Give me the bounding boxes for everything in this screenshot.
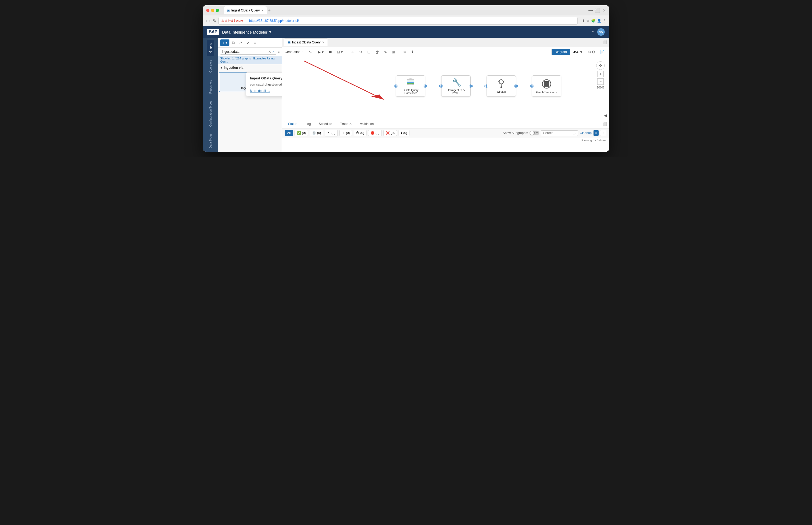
content-tab-ingest-odata[interactable]: ▣ Ingest OData Query ×: [284, 39, 328, 46]
search-clear-btn[interactable]: ✕: [268, 49, 271, 54]
add-graph-btn[interactable]: + ▾: [220, 40, 229, 46]
node-box-wiretap[interactable]: Wiretap: [487, 75, 516, 97]
window-maximize-btn[interactable]: ⬜: [595, 8, 600, 13]
back-btn[interactable]: ‹: [206, 18, 207, 23]
bookmark-icon[interactable]: ☆: [586, 19, 590, 22]
tooltip-more-details-link[interactable]: More details...: [250, 89, 270, 93]
copy-btn[interactable]: ⧉: [231, 40, 236, 46]
app-title-arrow[interactable]: ▾: [269, 30, 271, 34]
subgraphs-toggle[interactable]: OFF: [530, 131, 539, 135]
shield-btn[interactable]: 🛡: [307, 49, 315, 55]
svg-point-17: [501, 86, 502, 88]
status-search-input[interactable]: [543, 131, 572, 135]
tooltip-title: Ingest OData Query: [250, 76, 282, 80]
diagram-view-btn[interactable]: Diagram: [552, 49, 570, 55]
status-tab-schedule[interactable]: Schedule: [315, 121, 336, 127]
category-header[interactable]: ▼ Ingestion via: [218, 64, 282, 71]
forward-btn[interactable]: ›: [209, 18, 211, 23]
export-btn[interactable]: ↗: [237, 40, 244, 46]
sidebar-item-data-types[interactable]: Data Types: [207, 130, 214, 151]
group-view-btn[interactable]: ⊞: [600, 130, 606, 136]
more-icon[interactable]: ⋮: [603, 19, 606, 22]
filter-error-btn[interactable]: ⛔ (0): [368, 130, 382, 136]
info-btn[interactable]: ℹ: [410, 49, 415, 55]
sidebar-item-graphs[interactable]: Graphs: [207, 40, 214, 56]
schedule-tab-label: Schedule: [319, 122, 332, 126]
port-odata-left[interactable]: [394, 85, 397, 87]
snapshot-btn[interactable]: ⊡ ▾: [335, 49, 345, 55]
trace-tab-close[interactable]: ✕: [349, 122, 352, 126]
pencil-btn[interactable]: ✎: [382, 49, 389, 55]
cleanup-btn[interactable]: Cleanup: [580, 131, 592, 135]
redo-btn[interactable]: ↪: [358, 49, 364, 55]
window-close-btn[interactable]: ✕: [602, 8, 606, 13]
node-box-flowagent[interactable]: 🔧 Flowagent CSV Prod...: [441, 75, 470, 97]
filter-icon[interactable]: ≡: [277, 50, 279, 54]
pan-control[interactable]: ✛: [596, 61, 605, 70]
svg-rect-21: [544, 81, 549, 87]
trace-tab-label: Trace: [340, 122, 348, 126]
layout-settings-btn[interactable]: ⚙⚙: [586, 49, 597, 55]
puzzle-icon[interactable]: 🧩: [591, 19, 595, 22]
security-warning: ⚠ ⚠ Not Secure: [221, 19, 243, 22]
tab-close-btn[interactable]: ×: [261, 8, 263, 13]
window-minimize-btn[interactable]: —: [589, 8, 593, 13]
canvas-area[interactable]: OData Query Consumer: [282, 57, 609, 120]
settings-btn[interactable]: ⚙: [402, 49, 409, 55]
app: SAP Data Intelligence Modeler ▾ ? Sy Gra…: [203, 26, 609, 152]
status-tab-validation[interactable]: Validation: [356, 121, 377, 127]
url-text[interactable]: https://35.187.68.5/app/modeler-ui/: [249, 19, 299, 22]
filter-wave-btn[interactable]: 〜 (0): [325, 130, 338, 136]
close-traffic-light[interactable]: [206, 9, 209, 12]
refresh-btn[interactable]: ↻: [213, 18, 216, 23]
status-tab-log[interactable]: Log: [302, 121, 315, 127]
menu-btn[interactable]: ≡: [252, 40, 258, 46]
zoom-in-btn[interactable]: +: [597, 71, 604, 77]
undo-btn[interactable]: ↩: [349, 49, 357, 55]
port-terminator-left[interactable]: [531, 85, 533, 87]
wiretap-icon: [496, 79, 506, 89]
tab-maximize-btn[interactable]: ⬜: [603, 40, 607, 44]
filter-dead-btn[interactable]: 💀 (0): [310, 130, 323, 136]
vertical-tabs: Graphs Operators Repository Configuratio…: [203, 38, 218, 152]
filter-paused-btn[interactable]: ⏸ (0): [339, 130, 352, 136]
delete-btn[interactable]: 🗑: [374, 49, 381, 55]
port-wiretap-left[interactable]: [485, 85, 488, 87]
search-go-btn[interactable]: ⌕: [272, 50, 275, 54]
status-maximize-btn[interactable]: ⬜: [603, 122, 607, 126]
collapse-right-btn[interactable]: ◀: [604, 113, 607, 118]
zoom-out-btn[interactable]: −: [597, 78, 604, 85]
play-btn[interactable]: ▶ ▾: [316, 49, 325, 55]
node-box-terminator[interactable]: Graph Terminator: [532, 75, 561, 97]
filter-all-btn[interactable]: All: [285, 130, 293, 136]
list-view-btn[interactable]: ≡: [593, 130, 599, 136]
filter-info-btn[interactable]: ℹ (0): [398, 130, 409, 136]
sidebar-item-operators[interactable]: Operators: [207, 57, 214, 76]
status-tab-status[interactable]: Status: [284, 121, 301, 127]
active-browser-tab[interactable]: ▣ Ingest OData Query ×: [224, 6, 267, 14]
sidebar-item-config-types[interactable]: Configuration Types: [207, 97, 214, 130]
content-tab-close-btn[interactable]: ×: [322, 40, 324, 45]
search-input[interactable]: [222, 50, 267, 54]
stop-btn[interactable]: ⏹: [327, 49, 334, 55]
minimize-traffic-light[interactable]: [211, 9, 214, 12]
sidebar-item-repository[interactable]: Repository: [207, 76, 214, 97]
filter-pending-btn[interactable]: ⏱ (0): [354, 130, 366, 136]
status-tab-trace[interactable]: Trace ✕: [336, 121, 356, 127]
help-icon[interactable]: ?: [592, 30, 594, 34]
json-view-btn[interactable]: JSON: [570, 49, 585, 55]
import-btn[interactable]: ↙: [245, 40, 251, 46]
node-box-odata[interactable]: OData Query Consumer: [396, 75, 425, 97]
maximize-traffic-light[interactable]: [216, 9, 219, 12]
filter-warning-btn[interactable]: ❌ (0): [383, 130, 397, 136]
edit-btn[interactable]: ⊡: [365, 49, 372, 55]
grid-btn[interactable]: ⊞: [390, 49, 397, 55]
filter-running-btn[interactable]: ✅ (0): [294, 130, 308, 136]
node-label-terminator: Graph Terminator: [535, 91, 558, 94]
user-avatar[interactable]: Sy: [597, 28, 605, 36]
new-tab-btn[interactable]: +: [268, 8, 271, 13]
profile-icon[interactable]: 👤: [597, 19, 601, 22]
doc-btn[interactable]: 📄: [598, 49, 606, 55]
port-flowagent-left[interactable]: [440, 85, 443, 87]
share-icon[interactable]: ⬆: [582, 19, 585, 22]
